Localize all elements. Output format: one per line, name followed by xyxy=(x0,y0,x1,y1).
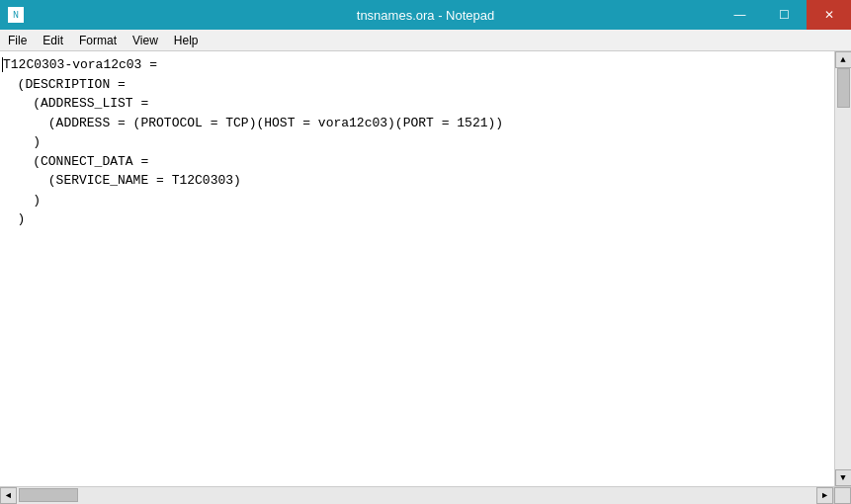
menu-file[interactable]: File xyxy=(0,30,35,50)
vertical-scrollbar: ▲ ▼ xyxy=(834,51,851,486)
minimize-button[interactable]: — xyxy=(718,0,762,30)
horizontal-scrollbar: ◄ ► xyxy=(0,487,834,504)
scroll-left-button[interactable]: ◄ xyxy=(0,487,17,504)
bottom-bar: ◄ ► xyxy=(0,486,851,504)
scroll-track-horizontal[interactable] xyxy=(17,487,816,504)
title-bar-left: N xyxy=(8,7,24,23)
scroll-track-vertical[interactable] xyxy=(835,68,851,469)
window-controls: — ☐ ✕ xyxy=(718,0,851,30)
scroll-up-button[interactable]: ▲ xyxy=(835,51,852,68)
scroll-down-button[interactable]: ▼ xyxy=(835,469,852,486)
menu-edit[interactable]: Edit xyxy=(35,30,71,50)
title-bar: N tnsnames.ora - Notepad — ☐ ✕ xyxy=(0,0,851,30)
scroll-thumb-vertical[interactable] xyxy=(837,68,850,108)
scrollbar-corner xyxy=(834,487,851,504)
maximize-button[interactable]: ☐ xyxy=(762,0,807,30)
menu-format[interactable]: Format xyxy=(71,30,125,50)
app-icon: N xyxy=(8,7,24,23)
scroll-right-button[interactable]: ► xyxy=(816,487,833,504)
close-button[interactable]: ✕ xyxy=(807,0,851,30)
editor-text-area[interactable]: T12C0303-vora12c03 = (DESCRIPTION = (ADD… xyxy=(0,51,834,486)
cursor xyxy=(2,57,3,72)
menu-bar: File Edit Format View Help xyxy=(0,30,851,51)
editor-container: T12C0303-vora12c03 = (DESCRIPTION = (ADD… xyxy=(0,51,851,486)
window-title: tnsnames.ora - Notepad xyxy=(357,8,494,23)
menu-help[interactable]: Help xyxy=(166,30,207,50)
scroll-thumb-horizontal[interactable] xyxy=(19,488,78,502)
menu-view[interactable]: View xyxy=(125,30,166,50)
